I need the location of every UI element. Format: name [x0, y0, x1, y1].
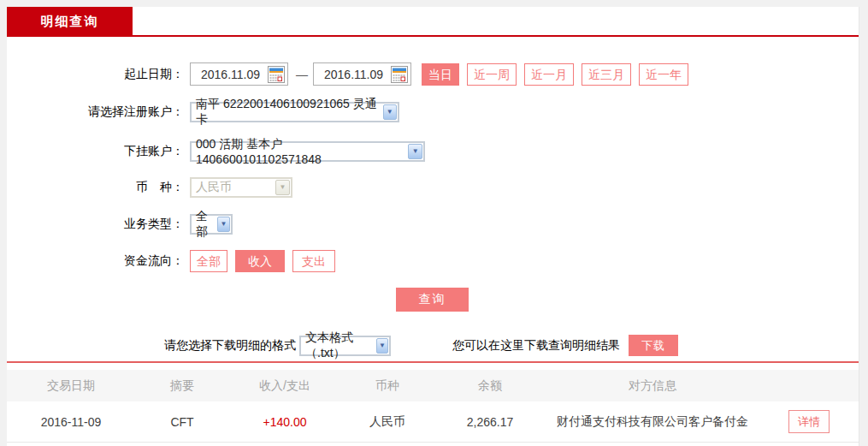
quick-range-3months-button[interactable]: 近三月	[582, 63, 631, 86]
register-account-value: 南平 6222001406100921065 灵通卡	[196, 97, 382, 128]
cell-trade-date: 2016-11-09	[7, 415, 135, 429]
dropdown-arrow-icon[interactable]: ▼	[376, 338, 388, 354]
register-account-select[interactable]: 南平 6222001406100921065 灵通卡 ▼	[190, 102, 399, 122]
header-summary: 摘要	[135, 378, 229, 394]
sub-account-row: 下挂账户： 000 活期 基本户 1406600101102571848 ▼	[7, 141, 859, 162]
header-balance: 余额	[434, 378, 546, 394]
quick-range-today-button[interactable]: 当日	[422, 63, 459, 86]
quick-range-month-button[interactable]: 近一月	[524, 63, 574, 86]
start-date-input[interactable]: 2016.11.09	[190, 62, 288, 86]
calendar-icon[interactable]	[268, 66, 285, 83]
header-income-expense: 收入/支出	[229, 378, 340, 394]
download-format-select[interactable]: 文本格式（.txt） ▼	[299, 336, 391, 356]
business-type-label: 业务类型：	[7, 217, 184, 232]
tab-detail-query[interactable]: 明细查询	[7, 7, 133, 37]
sub-account-select[interactable]: 000 活期 基本户 1406600101102571848 ▼	[190, 141, 425, 162]
dropdown-arrow-icon[interactable]: ▼	[217, 217, 230, 232]
dropdown-arrow-icon[interactable]: ▼	[383, 104, 397, 120]
download-row: 请您选择下载明细的格式 文本格式（.txt） ▼ 您可以在这里下载查询明细结果 …	[7, 335, 859, 356]
header-trade-date: 交易日期	[7, 378, 135, 394]
fund-flow-label: 资金流向：	[7, 253, 184, 269]
cell-currency: 人民币	[340, 414, 434, 430]
cell-counterparty: 财付通支付科技有限公司客户备付金	[546, 414, 759, 430]
download-format-value: 文本格式（.txt）	[305, 330, 375, 361]
currency-label: 币 种：	[7, 180, 184, 195]
business-type-value: 全部	[196, 209, 216, 240]
calendar-icon[interactable]	[391, 66, 408, 83]
cell-action: 详情	[759, 410, 859, 433]
query-form: 起止日期： 2016.11.09 — 2016.11.09	[7, 7, 859, 443]
business-type-row: 业务类型： 全部 ▼	[7, 214, 859, 235]
tab-label: 明细查询	[41, 14, 99, 30]
sub-account-label: 下挂账户：	[7, 144, 184, 159]
query-button[interactable]: 查询	[396, 288, 469, 312]
tab-underline	[7, 35, 859, 37]
dropdown-arrow-icon: ▼	[275, 180, 290, 195]
currency-row: 币 种： 人民币 ▼	[7, 177, 859, 198]
quick-range-week-button[interactable]: 近一周	[467, 63, 517, 86]
currency-value: 人民币	[196, 180, 232, 195]
date-separator: —	[296, 68, 308, 81]
currency-select: 人民币 ▼	[190, 177, 292, 198]
fund-flow-income-button[interactable]: 收入	[235, 250, 285, 272]
download-hint: 您可以在这里下载查询明细结果	[452, 338, 620, 354]
header-counterparty: 对方信息	[546, 378, 759, 394]
section-divider	[7, 361, 859, 363]
cell-balance: 2,266.17	[434, 415, 546, 429]
query-button-row: 查询	[7, 288, 859, 312]
cell-amount: +140.00	[229, 415, 340, 429]
detail-button[interactable]: 详情	[788, 410, 830, 433]
date-range-row: 起止日期： 2016.11.09 — 2016.11.09	[7, 62, 859, 86]
business-type-select[interactable]: 全部 ▼	[190, 214, 233, 235]
date-range-label: 起止日期：	[7, 67, 184, 82]
quick-range-year-button[interactable]: 近一年	[639, 63, 688, 86]
start-date-value: 2016.11.09	[201, 68, 260, 81]
end-date-value: 2016.11.09	[324, 68, 383, 81]
dropdown-arrow-icon[interactable]: ▼	[408, 144, 422, 159]
register-account-row: 请选择注册账户： 南平 6222001406100921065 灵通卡 ▼	[7, 102, 859, 122]
end-date-input[interactable]: 2016.11.09	[313, 62, 411, 86]
cell-summary: CFT	[135, 415, 229, 429]
fund-flow-expense-button[interactable]: 支出	[292, 250, 335, 272]
register-account-label: 请选择注册账户：	[7, 104, 184, 120]
table-header-row: 交易日期 摘要 收入/支出 币种 余额 对方信息	[7, 370, 859, 401]
download-format-label: 请您选择下载明细的格式	[164, 338, 296, 354]
content-panel: 明细查询 起止日期： 2016.11.09	[7, 7, 859, 446]
fund-flow-row: 资金流向： 全部 收入 支出	[7, 250, 859, 272]
header-currency: 币种	[340, 378, 434, 394]
sub-account-value: 000 活期 基本户 1406600101102571848	[196, 137, 407, 166]
table-row: 2016-11-09 CFT +140.00 人民币 2,266.17 财付通支…	[7, 401, 859, 443]
fund-flow-all-button[interactable]: 全部	[190, 250, 227, 272]
download-button[interactable]: 下载	[629, 335, 678, 356]
